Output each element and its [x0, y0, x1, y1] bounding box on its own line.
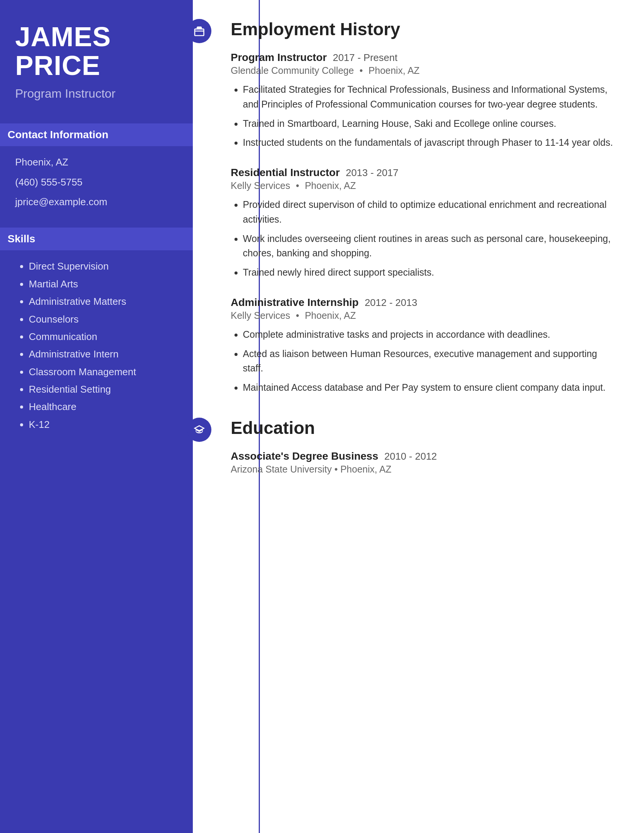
job-bullets: Provided direct supervison of child to o…	[231, 197, 617, 280]
skill-item: Direct Supervision	[29, 259, 178, 273]
bullet-item: Instructed students on the fundamentals …	[243, 135, 617, 150]
candidate-title: Program Instructor	[15, 87, 178, 101]
edu-dates: 2010 - 2012	[385, 450, 437, 462]
edu-degree: Associate's Degree Business	[231, 450, 378, 462]
main-content: Employment History Program Instructor201…	[193, 0, 644, 833]
job-location: Kelly Services • Phoenix, AZ	[231, 180, 617, 191]
skills-list: Direct SupervisionMartial ArtsAdministra…	[15, 259, 178, 431]
bullet-item: Work includes overseeing client routines…	[243, 232, 617, 261]
bullet-item: Facilitated Strategies for Technical Pro…	[243, 82, 617, 112]
skill-item: Martial Arts	[29, 277, 178, 291]
edu-location: Arizona State University • Phoenix, AZ	[231, 464, 617, 475]
skill-item: Administrative Matters	[29, 294, 178, 308]
bullet-item: Trained in Smartboard, Learning House, S…	[243, 116, 617, 131]
edu-container: Associate's Degree Business2010 - 2012Ar…	[231, 450, 617, 475]
edu-header: Associate's Degree Business2010 - 2012	[231, 450, 617, 462]
skills-section: Skills Direct SupervisionMartial ArtsAdm…	[15, 228, 178, 431]
job-dates: 2017 - Present	[333, 52, 398, 64]
employment-title: Employment History	[231, 19, 617, 39]
skill-item: Communication	[29, 330, 178, 343]
job-bullets: Complete administrative tasks and projec…	[231, 327, 617, 395]
bullet-item: Provided direct supervison of child to o…	[243, 197, 617, 227]
jobs-container: Program Instructor2017 - PresentGlendale…	[231, 51, 617, 395]
job-location: Kelly Services • Phoenix, AZ	[231, 310, 617, 321]
skill-item: Residential Setting	[29, 383, 178, 396]
briefcase-icon	[187, 19, 211, 43]
graduation-icon	[187, 418, 211, 442]
sidebar: JAMES PRICE Program Instructor Contact I…	[0, 0, 193, 833]
job-title: Residential Instructor	[231, 167, 340, 179]
job-block: Administrative Internship2012 - 2013Kell…	[231, 296, 617, 395]
job-dates: 2013 - 2017	[346, 167, 399, 179]
skills-header: Skills	[0, 228, 193, 250]
job-header: Administrative Internship2012 - 2013	[231, 296, 617, 309]
skill-item: Healthcare	[29, 400, 178, 413]
job-title: Administrative Internship	[231, 296, 359, 309]
skill-item: Counselors	[29, 312, 178, 326]
bullet-item: Trained newly hired direct support speci…	[243, 265, 617, 280]
education-title: Education	[231, 418, 617, 438]
job-title: Program Instructor	[231, 51, 327, 64]
job-location: Glendale Community College • Phoenix, AZ	[231, 65, 617, 76]
skill-item: Classroom Management	[29, 365, 178, 379]
skill-item: K-12	[29, 418, 178, 431]
edu-block: Associate's Degree Business2010 - 2012Ar…	[231, 450, 617, 475]
bullet-item: Maintained Access database and Per Pay s…	[243, 380, 617, 395]
candidate-name: JAMES PRICE	[15, 23, 178, 80]
contact-section: Contact Information Phoenix, AZ (460) 55…	[15, 124, 178, 209]
svg-rect-0	[196, 27, 201, 29]
job-block: Program Instructor2017 - PresentGlendale…	[231, 51, 617, 150]
job-bullets: Facilitated Strategies for Technical Pro…	[231, 82, 617, 150]
job-block: Residential Instructor2013 - 2017Kelly S…	[231, 167, 617, 280]
employment-section: Employment History Program Instructor201…	[231, 19, 617, 395]
skill-item: Administrative Intern	[29, 347, 178, 361]
education-section: Education Associate's Degree Business201…	[231, 418, 617, 475]
job-dates: 2012 - 2013	[365, 297, 417, 309]
job-header: Residential Instructor2013 - 2017	[231, 167, 617, 179]
job-header: Program Instructor2017 - Present	[231, 51, 617, 64]
contact-address: Phoenix, AZ	[15, 155, 178, 169]
bullet-item: Complete administrative tasks and projec…	[243, 327, 617, 342]
contact-phone: (460) 555-5755	[15, 175, 178, 189]
contact-email: jprice@example.com	[15, 195, 178, 209]
bullet-item: Acted as liaison between Human Resources…	[243, 346, 617, 376]
contact-header: Contact Information	[0, 124, 193, 146]
